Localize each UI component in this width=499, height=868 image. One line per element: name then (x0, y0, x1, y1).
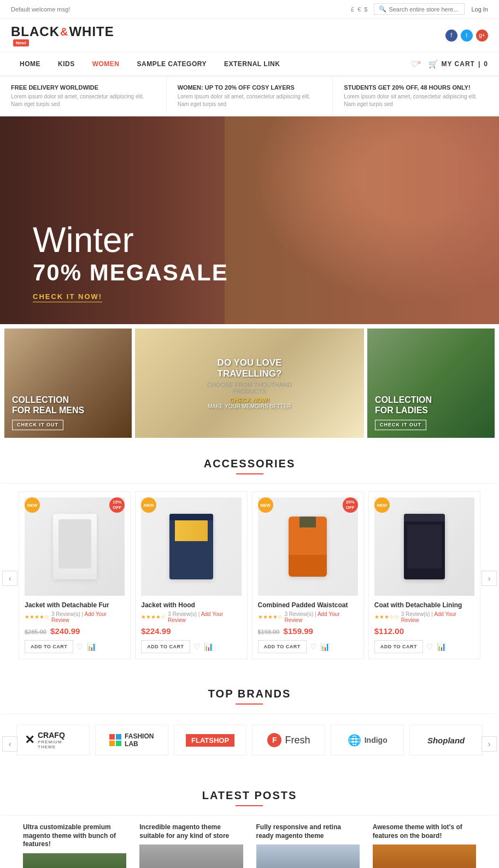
currency-selector[interactable]: £ € $ (351, 6, 367, 13)
product-name-2: Combined Padded Waistcoat (258, 601, 358, 609)
category-ladies[interactable]: COLLECTIONFOR LADIES CHECK IT OUT (367, 329, 495, 438)
promo-item-0: FREE DELIVERY WORLDWIDE Lorem ipsum dolo… (0, 77, 167, 116)
promo-text-0: Lorem ipsum dolor sit amet, consectetur … (11, 93, 155, 108)
posts-wrapper: Ultra customizable premium magento theme… (0, 821, 499, 868)
brands-carousel-left[interactable]: ‹ (2, 736, 17, 752)
add-to-cart-0[interactable]: ADD TO CART (25, 640, 73, 653)
cat-mens-label: COLLECTIONFOR REAL MENS CHECK IT OUT (4, 387, 132, 438)
nav-sample[interactable]: SAMPLE CATEGORY (128, 52, 216, 75)
promo-text-1: Lorem ipsum dolor sit amet, consectetur … (178, 93, 322, 108)
product-review-0: 3 Review(s) | Add Your Review (51, 611, 125, 623)
posts-title: LATEST POSTS (202, 789, 297, 806)
price-old-2: $193.00 (258, 629, 280, 635)
wishlist-icon[interactable]: ♡0 (410, 59, 420, 69)
compare-icon-2[interactable]: 📊 (320, 642, 330, 651)
hero-banner: Winter 70% MEGASALE CHECK IT NOW! (0, 116, 499, 324)
logo-text-right: WHITE (69, 24, 114, 39)
product-actions-3: ADD TO CART ♡ 📊 (374, 640, 474, 653)
products-carousel-left[interactable]: ‹ (2, 571, 17, 586)
product-price-1: $224.99 (141, 626, 241, 636)
products-carousel-right[interactable]: › (482, 571, 497, 586)
badge-new-2: NEW (258, 497, 273, 513)
add-to-cart-2[interactable]: ADD TO CART (258, 640, 307, 653)
googleplus-icon[interactable]: g+ (476, 30, 488, 42)
add-to-cart-3[interactable]: ADD TO CART (374, 640, 423, 653)
brands-carousel-right[interactable]: › (482, 736, 497, 752)
product-name-1: Jacket with Hood (141, 601, 241, 609)
top-bar-left: Default welcome msg! (11, 6, 70, 13)
brands-wrapper: ✕ CRAFQ PREMIUM THEME (0, 719, 499, 761)
brand-crafq[interactable]: ✕ CRAFQ PREMIUM THEME (16, 725, 90, 755)
product-card-1: NEW Jacket with Hood ★★★★☆ 3 Review(s) |… (135, 491, 247, 659)
category-travel[interactable]: DO YOU LOVE TRAVELLING? CHOOSE FROM THOU… (135, 329, 364, 438)
post-card-0: Ultra customizable premium magento theme… (19, 823, 131, 868)
latest-posts-section: LATEST POSTS ‹ Ultra customizable premiu… (0, 774, 499, 868)
product-stars-2: ★★★★☆ (258, 614, 283, 620)
wishlist-icon-2[interactable]: ♡ (310, 642, 317, 651)
post-img-0 (23, 853, 126, 868)
brands-header: TOP BRANDS (0, 672, 499, 713)
product-img-0 (25, 497, 125, 596)
product-img-3 (374, 497, 474, 596)
brand-flatshop[interactable]: FLATSHOP (174, 725, 247, 755)
wishlist-icon-0[interactable]: ♡ (77, 642, 84, 651)
globe-icon: 🌐 (348, 734, 361, 747)
nav-external[interactable]: EXTERNAL LINK (215, 52, 289, 75)
product-name-3: Coat with Detachable Lining (374, 601, 474, 609)
product-card-3: NEW Coat with Detachable Lining ★★★☆☆ 3 … (368, 491, 480, 659)
add-to-cart-1[interactable]: ADD TO CART (141, 640, 190, 653)
hero-cta-button[interactable]: CHECK IT NOW! (33, 292, 102, 302)
wishlist-icon-3[interactable]: ♡ (426, 642, 433, 651)
post-card-3: Awesome theme with lot's of features on … (368, 823, 480, 868)
cart-button[interactable]: 🛒 MY CART | 0 (428, 60, 489, 68)
cat-travel-tagline: MAKE YOUR MEMOIRS BETTER (192, 403, 307, 409)
search-bar[interactable]: 🔍 (374, 3, 465, 15)
cart-icon: 🛒 (428, 60, 438, 68)
cat-travel-main: DO YOU LOVE TRAVELLING? (192, 357, 307, 379)
post-card-2: Fully responsive and retina ready magent… (252, 823, 364, 868)
hero-face-image (225, 116, 499, 324)
twitter-icon[interactable]: t (461, 30, 473, 42)
accessories-header: ACCESSORIES (0, 442, 499, 483)
nav-home[interactable]: HOME (11, 52, 49, 75)
compare-icon-1[interactable]: 📊 (204, 642, 213, 651)
product-price-3: $112.00 (374, 626, 474, 636)
cat-ladies-cta[interactable]: CHECK IT OUT (375, 420, 426, 430)
post-title-0: Ultra customizable premium magento theme… (23, 823, 126, 849)
brands-wrapper-outer: ‹ ✕ CRAFQ PREMIUM THEME (0, 714, 499, 774)
logo-text-left: BLACK (11, 24, 60, 39)
promo-item-1: WOMEN: UP TO 20% OFF COSY LAYERS Lorem i… (167, 77, 333, 116)
category-mens[interactable]: COLLECTIONFOR REAL MENS CHECK IT OUT (4, 329, 132, 438)
category-banners: COLLECTIONFOR REAL MENS CHECK IT OUT DO … (0, 324, 499, 442)
nav-kids[interactable]: KIDS (49, 52, 84, 75)
nav-bar: HOME KIDS WOMEN SAMPLE CATEGORY EXTERNAL… (0, 52, 499, 77)
post-img-3 (373, 844, 476, 868)
login-link[interactable]: Log In (471, 6, 488, 13)
hero-subtitle: 70% MEGASALE (33, 260, 228, 286)
new-badge: New! (13, 39, 29, 46)
flatshop-label: FLATSHOP (186, 734, 234, 747)
site-logo[interactable]: BLACK & WHITE (11, 24, 114, 39)
product-img-1 (141, 497, 241, 596)
compare-icon-3[interactable]: 📊 (437, 642, 446, 651)
promo-title-1: WOMEN: UP TO 20% OFF COSY LAYERS (178, 84, 322, 91)
post-title-1: Incredible magento theme suitable for an… (139, 823, 243, 840)
brand-indigo[interactable]: 🌐 Indigo (331, 725, 404, 755)
posts-section: ‹ Ultra customizable premium magento the… (0, 816, 499, 868)
nav-women[interactable]: WOMEN (84, 52, 128, 75)
brand-shopland[interactable]: Shopland (409, 725, 483, 755)
product-review-2: 3 Review(s) | Add Your Review (285, 611, 358, 623)
nav-links: HOME KIDS WOMEN SAMPLE CATEGORY EXTERNAL… (11, 52, 289, 75)
search-input[interactable] (389, 6, 460, 13)
wishlist-icon-1[interactable]: ♡ (193, 642, 201, 651)
facebook-icon[interactable]: f (445, 30, 457, 42)
price-new-3: $112.00 (374, 626, 404, 636)
cat-mens-cta[interactable]: CHECK IT OUT (12, 420, 63, 430)
compare-icon-0[interactable]: 📊 (87, 642, 96, 651)
fresh-icon: F (267, 733, 281, 747)
brand-fashion[interactable]: FASHION LAB (95, 725, 168, 755)
brand-fresh[interactable]: F Fresh (252, 725, 325, 755)
price-new-0: $240.99 (50, 626, 80, 636)
shopland-label: Shopland (427, 736, 465, 745)
post-title-2: Fully responsive and retina ready magent… (256, 823, 360, 840)
